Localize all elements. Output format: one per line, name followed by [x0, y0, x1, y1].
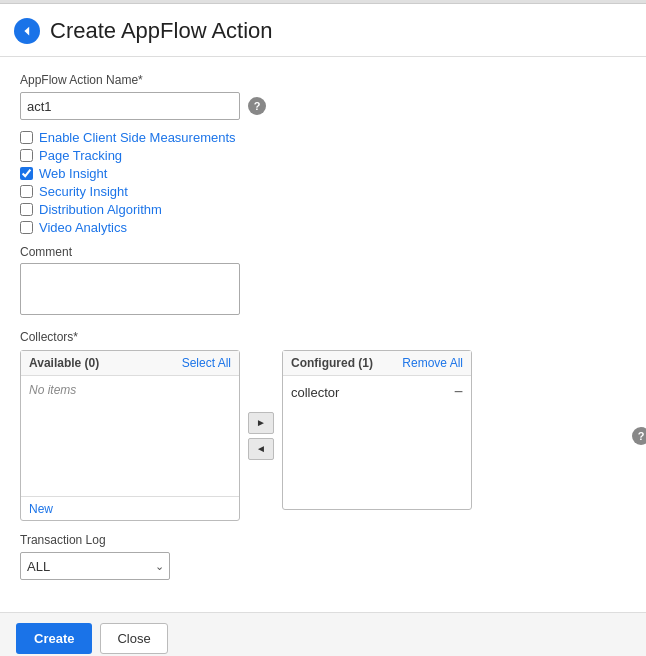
- checkbox-item-va[interactable]: Video Analytics: [20, 220, 626, 235]
- collectors-label: Collectors*: [20, 330, 626, 344]
- transaction-log-section: Transaction Log ALL DISABLED HTTP HTTPS …: [20, 533, 626, 580]
- back-icon: [20, 24, 34, 38]
- available-panel-header: Available (0) Select All: [21, 351, 239, 376]
- checkbox-wi-label: Web Insight: [39, 166, 107, 181]
- configured-panel-header: Configured (1) Remove All: [283, 351, 471, 376]
- transaction-log-select-wrapper: ALL DISABLED HTTP HTTPS ⌄: [20, 552, 170, 580]
- move-right-button[interactable]: ►: [248, 412, 274, 434]
- close-button[interactable]: Close: [100, 623, 167, 654]
- checkbox-ecm-label: Enable Client Side Measurements: [39, 130, 236, 145]
- action-name-row: ?: [20, 92, 626, 120]
- collector-name: collector: [291, 385, 339, 400]
- checkbox-item-da[interactable]: Distribution Algorithm: [20, 202, 626, 217]
- form-area: AppFlow Action Name* ? Enable Client Sid…: [0, 57, 646, 612]
- collectors-row: Available (0) Select All No items New ► …: [20, 350, 626, 521]
- create-button[interactable]: Create: [16, 623, 92, 654]
- action-name-help-icon[interactable]: ?: [248, 97, 266, 115]
- comment-section: Comment: [20, 245, 626, 318]
- no-items-text: No items: [29, 383, 76, 397]
- arrow-right-icon: ►: [256, 417, 266, 428]
- new-link[interactable]: New: [29, 502, 53, 516]
- checkbox-da[interactable]: [20, 203, 33, 216]
- action-name-input[interactable]: [20, 92, 240, 120]
- collectors-help-container: ?: [632, 427, 646, 445]
- collectors-help-icon[interactable]: ?: [632, 427, 646, 445]
- checkbox-item-ecm[interactable]: Enable Client Side Measurements: [20, 130, 626, 145]
- move-left-button[interactable]: ◄: [248, 438, 274, 460]
- page-wrapper: Create AppFlow Action AppFlow Action Nam…: [0, 0, 646, 656]
- available-panel: Available (0) Select All No items New: [20, 350, 240, 521]
- checkbox-wi[interactable]: [20, 167, 33, 180]
- checkbox-item-pt[interactable]: Page Tracking: [20, 148, 626, 163]
- transaction-log-label: Transaction Log: [20, 533, 626, 547]
- checkbox-va[interactable]: [20, 221, 33, 234]
- collector-item: collector −: [291, 382, 463, 402]
- transaction-log-select[interactable]: ALL DISABLED HTTP HTTPS: [20, 552, 170, 580]
- available-panel-footer: New: [21, 496, 239, 520]
- arrow-left-icon: ◄: [256, 443, 266, 454]
- configured-panel-body: collector −: [283, 376, 471, 496]
- comment-textarea[interactable]: [20, 263, 240, 315]
- available-panel-body: No items: [21, 376, 239, 496]
- configured-panel: Configured (1) Remove All collector −: [282, 350, 472, 510]
- checkbox-si[interactable]: [20, 185, 33, 198]
- checkbox-va-label: Video Analytics: [39, 220, 127, 235]
- select-all-button[interactable]: Select All: [182, 356, 231, 370]
- footer-bar: Create Close: [0, 612, 646, 656]
- checkbox-ecm[interactable]: [20, 131, 33, 144]
- checkbox-pt[interactable]: [20, 149, 33, 162]
- checkbox-item-wi[interactable]: Web Insight: [20, 166, 626, 181]
- configured-panel-title: Configured (1): [291, 356, 373, 370]
- action-name-label: AppFlow Action Name*: [20, 73, 626, 87]
- page-title: Create AppFlow Action: [50, 18, 273, 44]
- back-button[interactable]: [14, 18, 40, 44]
- checkbox-da-label: Distribution Algorithm: [39, 202, 162, 217]
- checkbox-si-label: Security Insight: [39, 184, 128, 199]
- available-panel-title: Available (0): [29, 356, 99, 370]
- remove-all-button[interactable]: Remove All: [402, 356, 463, 370]
- transfer-buttons: ► ◄: [240, 412, 282, 460]
- checkbox-pt-label: Page Tracking: [39, 148, 122, 163]
- checkbox-group: Enable Client Side Measurements Page Tra…: [20, 130, 626, 235]
- collector-remove-button[interactable]: −: [454, 384, 463, 400]
- page-header: Create AppFlow Action: [0, 4, 646, 57]
- comment-label: Comment: [20, 245, 626, 259]
- checkbox-item-si[interactable]: Security Insight: [20, 184, 626, 199]
